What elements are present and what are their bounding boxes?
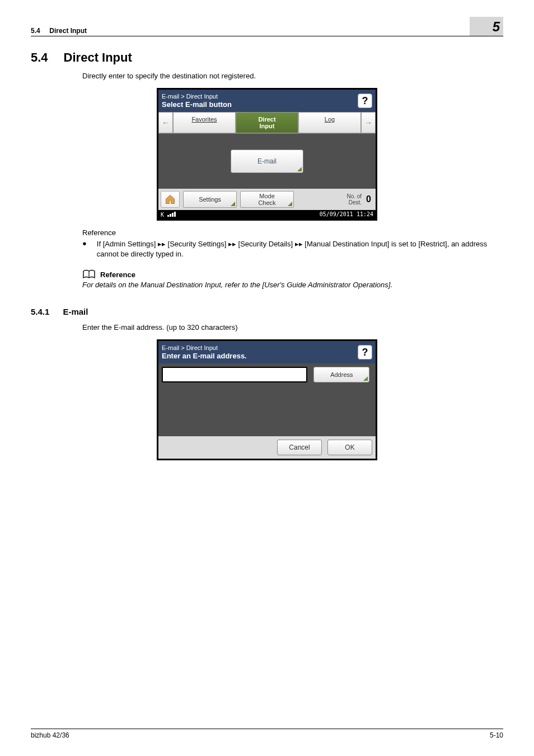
tab-right-arrow[interactable]: → (361, 112, 376, 133)
bullet-icon: ● (82, 239, 87, 259)
tab-direct-input-label: Direct Input (258, 116, 275, 129)
device-screen-2: E-mail > Direct Input Enter an E-mail ad… (157, 339, 377, 460)
book-reference-text: For details on the Manual Destination In… (82, 281, 503, 289)
reference-bullet-row: ● If [Admin Settings] ▸▸ [Security Setti… (82, 239, 503, 259)
mode-check-button[interactable]: Mode Check (240, 191, 294, 208)
footer-model: bizhub 42/36 (31, 731, 69, 739)
cancel-button[interactable]: Cancel (277, 440, 322, 455)
screen2-body: Address (158, 363, 376, 436)
screen2-footer: Cancel OK (158, 436, 376, 459)
subsection-heading: 5.4.1 E-mail (31, 307, 503, 316)
screen1-footer: Settings Mode Check No. of Dest. 0 (158, 189, 376, 210)
section-title: Direct Input (64, 50, 132, 65)
section-number: 5.4 (31, 50, 48, 65)
home-icon (165, 194, 176, 205)
address-button-label: Address (330, 371, 353, 378)
subsection-paragraph: Enter the E-mail address. (up to 320 cha… (82, 323, 503, 332)
ok-button-label: OK (345, 444, 354, 451)
running-head: 5.4 Direct Input 5 (31, 17, 503, 36)
corner-triangle-icon (288, 202, 292, 206)
book-reference-block: Reference For details on the Manual Dest… (82, 269, 503, 289)
email-button-label: E-mail (257, 157, 277, 165)
dest-label: No. of Dest. (346, 193, 362, 206)
dest-count: 0 (366, 194, 371, 204)
head-section-num: 5.4 (31, 27, 40, 35)
screen1-prompt: Select E-mail button (162, 100, 232, 109)
device-screen-1: E-mail > Direct Input Select E-mail butt… (157, 88, 377, 221)
reference-label: Reference (82, 228, 503, 237)
tab-log-label: Log (325, 116, 335, 123)
address-button[interactable]: Address (313, 367, 369, 382)
status-k-label: K (161, 212, 164, 218)
corner-triangle-icon (231, 202, 235, 206)
intro-paragraph: Directly enter to specify the destinatio… (82, 72, 503, 80)
screen2-breadcrumb: E-mail > Direct Input (162, 344, 247, 352)
reference-bullet-text: If [Admin Settings] ▸▸ [Security Setting… (97, 239, 503, 259)
email-button[interactable]: E-mail (231, 150, 303, 173)
head-section-title: Direct Input (49, 27, 87, 35)
page-footer: bizhub 42/36 5-10 (31, 729, 503, 739)
screen1-tabs: ← Favorites Direct Input Log → (158, 112, 376, 134)
book-icon (82, 269, 96, 279)
toner-level-icon (167, 211, 176, 217)
screen1-header: E-mail > Direct Input Select E-mail butt… (158, 90, 376, 112)
section-heading: 5.4 Direct Input (31, 50, 503, 65)
settings-button-label: Settings (199, 196, 221, 203)
help-icon[interactable]: ? (358, 94, 372, 108)
help-icon[interactable]: ? (358, 345, 372, 360)
screen2-prompt: Enter an E-mail address. (162, 352, 247, 361)
settings-button[interactable]: Settings (183, 191, 237, 208)
corner-triangle-icon (297, 167, 302, 171)
tab-left-arrow[interactable]: ← (158, 112, 173, 133)
book-reference-heading: Reference (100, 270, 135, 279)
screen1-statusbar: K 05/09/2011 11:24 (158, 210, 376, 219)
footer-page-number: 5-10 (490, 731, 503, 739)
corner-triangle-icon (363, 376, 368, 381)
running-head-left: 5.4 Direct Input (31, 27, 87, 35)
chapter-badge: 5 (470, 17, 503, 36)
cancel-button-label: Cancel (289, 444, 310, 451)
tab-favorites-label: Favorites (191, 116, 217, 123)
mode-check-button-label: Mode Check (258, 193, 275, 206)
status-toner: K (161, 211, 176, 218)
screen1-body: E-mail (158, 134, 376, 189)
status-datetime: 05/09/2011 11:24 (320, 211, 373, 218)
tab-log[interactable]: Log (298, 112, 361, 133)
dest-count-wrap: No. of Dest. 0 (297, 193, 373, 206)
email-input[interactable] (162, 367, 307, 382)
subsection-title: E-mail (63, 307, 88, 316)
home-button[interactable] (161, 191, 180, 208)
screen2-header: E-mail > Direct Input Enter an E-mail ad… (158, 341, 376, 363)
screen1-breadcrumb: E-mail > Direct Input (162, 93, 232, 100)
ok-button[interactable]: OK (327, 440, 372, 455)
tab-favorites[interactable]: Favorites (173, 112, 236, 133)
tab-direct-input[interactable]: Direct Input (236, 112, 298, 133)
subsection-number: 5.4.1 (31, 307, 49, 316)
